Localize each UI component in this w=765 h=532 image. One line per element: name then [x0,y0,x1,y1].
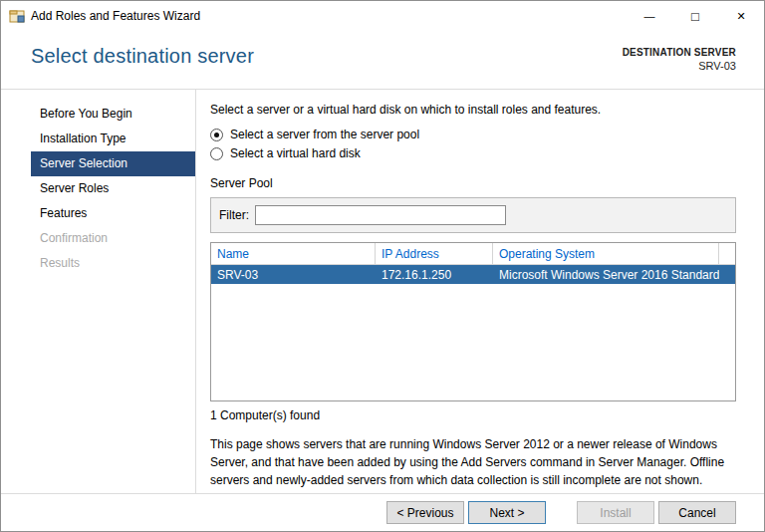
cell-ip-address: 172.16.1.250 [376,268,493,282]
table-empty-area [211,284,735,400]
radio-button-vhd[interactable] [210,147,223,160]
page-title: Select destination server [31,45,254,68]
wizard-header: Select destination server DESTINATION SE… [1,31,764,89]
nav-item-server-roles[interactable]: Server Roles [31,176,195,201]
radio-label-vhd: Select a virtual hard disk [230,146,361,160]
wizard-content: Select a server or a virtual hard disk o… [196,90,764,493]
wizard-footer: < Previous Next > Install Cancel [1,494,764,531]
install-button[interactable]: Install [577,501,654,524]
nav-item-features[interactable]: Features [31,201,195,226]
radio-label-server-pool: Select a server from the server pool [230,128,419,141]
nav-item-server-selection[interactable]: Server Selection [31,151,195,176]
intro-text: Select a server or a virtual hard disk o… [210,103,736,117]
column-header-extra [719,243,735,264]
page-note-text: This page shows servers that are running… [210,435,736,489]
server-pool-label: Server Pool [210,176,736,190]
computers-found-text: 1 Computer(s) found [210,408,736,422]
filter-box: Filter: [210,197,736,233]
table-header-row: Name IP Address Operating System [211,243,735,265]
filter-label: Filter: [219,208,249,222]
titlebar[interactable]: Add Roles and Features Wizard — □ ✕ [1,1,764,31]
destination-server-name: SRV-03 [623,60,736,72]
cancel-button[interactable]: Cancel [658,501,736,524]
column-header-ip-address[interactable]: IP Address [376,243,493,264]
add-roles-features-wizard-window: Add Roles and Features Wizard — □ ✕ Sele… [0,0,765,532]
nav-item-results: Results [31,251,195,276]
radio-row-vhd[interactable]: Select a virtual hard disk [210,146,736,160]
previous-button[interactable]: < Previous [386,501,464,524]
column-header-name[interactable]: Name [211,243,376,264]
cell-server-name: SRV-03 [211,268,376,282]
radio-button-server-pool[interactable] [210,129,223,141]
destination-server-block: DESTINATION SERVER SRV-03 [623,45,736,72]
filter-input[interactable] [255,205,506,225]
column-header-operating-system[interactable]: Operating System [493,243,719,264]
maximize-icon[interactable]: □ [672,1,718,31]
wizard-nav: Before You Begin Installation Type Serve… [1,90,196,493]
server-pool-table: Name IP Address Operating System SRV-03 … [210,242,736,401]
table-row[interactable]: SRV-03 172.16.1.250 Microsoft Windows Se… [211,265,735,284]
minimize-icon[interactable]: — [627,1,672,31]
destination-server-label: DESTINATION SERVER [623,47,736,58]
radio-row-server-pool[interactable]: Select a server from the server pool [210,128,736,141]
nav-item-before-you-begin[interactable]: Before You Begin [31,102,195,127]
close-icon[interactable]: ✕ [718,1,764,31]
nav-item-confirmation: Confirmation [31,226,195,251]
wizard-icon [9,8,25,24]
window-title: Add Roles and Features Wizard [31,9,200,23]
cell-operating-system: Microsoft Windows Server 2016 Standard [493,268,719,282]
next-button[interactable]: Next > [468,501,546,524]
nav-item-installation-type[interactable]: Installation Type [31,127,195,151]
